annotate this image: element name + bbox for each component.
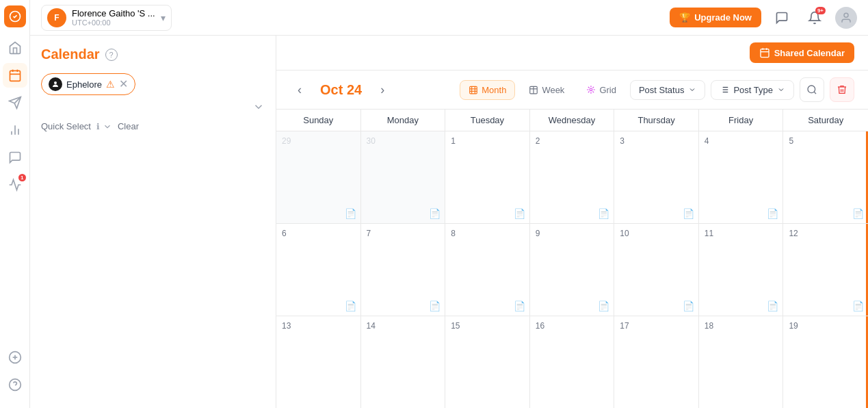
doc-icon: 📄 [429,208,440,219]
day-cell[interactable]: 12 📄 [783,224,868,316]
sidebar-logo[interactable] [4,5,26,27]
quick-select-dropdown[interactable]: ℹ [96,122,112,131]
clear-button[interactable]: Clear [118,121,139,131]
trophy-icon: 🏆 [679,12,690,23]
post-status-dropdown[interactable]: Post Status [630,80,705,100]
left-panel: Calendar ? Ephelore ⚠ ✕ [30,36,276,408]
info-icon: ℹ [96,122,100,131]
sidebar-bottom [3,345,27,403]
sidebar-item-send[interactable] [3,90,27,115]
day-cell[interactable]: 17 [614,316,699,408]
view-controls: Month Week [460,77,854,102]
header-right: 🏆 Upgrade Now 9+ [670,5,857,30]
calendar-top-bar: Shared Calendar [276,36,868,71]
day-headers: Sunday Monday Tuesday Wednesday Thursday… [276,110,868,131]
help-icon[interactable]: ? [105,49,118,61]
main-content: F Florence Gaitho 'S ... UTC+00:00 ▾ 🏆 U… [30,0,868,408]
prev-month-button[interactable]: ‹ [290,80,309,99]
doc-icon: 📄 [683,301,694,311]
doc-icon: 📄 [767,301,778,311]
grid-view-button[interactable]: Grid [578,81,624,99]
doc-icon: 📄 [598,208,609,219]
user-name: Florence Gaitho 'S ... [72,8,155,18]
day-cell[interactable]: 10📄 [614,224,699,316]
day-cell[interactable]: 30📄 [361,131,446,223]
day-cell[interactable]: 2📄 [530,131,615,223]
svg-rect-0 [10,71,20,81]
day-cell[interactable]: 1📄 [445,131,530,223]
day-cell[interactable]: 4📄 [699,131,784,223]
day-cell[interactable]: 7📄 [361,224,446,316]
post-status-label: Post Status [639,85,684,95]
svg-rect-16 [761,49,769,58]
user-avatar-header[interactable] [835,7,857,29]
notifications-button[interactable]: 9+ [802,5,827,30]
filter-name: Ephelore [66,79,102,90]
header-monday: Monday [361,110,446,131]
day-cell[interactable]: 19 [783,316,868,408]
user-details: Florence Gaitho 'S ... UTC+00:00 [72,8,155,27]
doc-icon: 📄 [514,301,525,311]
upgrade-button[interactable]: 🏆 Upgrade Now [670,8,761,27]
doc-icon: 📄 [514,208,525,219]
sidebar-item-add[interactable] [3,345,27,370]
sidebar-item-home[interactable] [3,36,27,60]
day-cell[interactable]: 6📄 [276,224,361,316]
filter-avatar [49,77,62,91]
svg-point-35 [808,86,815,93]
top-header: F Florence Gaitho 'S ... UTC+00:00 ▾ 🏆 U… [30,0,868,36]
calendar-panel: Shared Calendar ‹ Oct 24 › [276,36,868,408]
user-dropdown-icon: ▾ [161,12,166,23]
header-friday: Friday [699,110,784,131]
day-cell[interactable]: 16 [530,316,615,408]
day-cell[interactable]: 15 [445,316,530,408]
month-label: Month [482,85,506,95]
sidebar-item-chart[interactable] [3,118,27,142]
day-cell[interactable]: 13 [276,316,361,408]
day-cell[interactable]: 8📄 [445,224,530,316]
warning-icon: ⚠ [106,79,115,90]
week-view-button[interactable]: Week [521,81,573,99]
sidebar-item-help[interactable] [3,372,27,397]
post-type-label: Post Type [733,85,773,95]
page-title: Calendar [41,47,100,62]
svg-point-14 [844,13,848,17]
doc-icon: 📄 [852,208,864,219]
current-month-label: Oct 24 [320,82,362,98]
user-info[interactable]: F Florence Gaitho 'S ... UTC+00:00 ▾ [41,5,172,31]
header-wednesday: Wednesday [530,110,615,131]
doc-icon: 📄 [345,208,356,219]
week-row: 6📄 7📄 8📄 9📄 10📄 11📄 12 📄 [276,224,868,316]
shared-calendar-button[interactable]: Shared Calendar [750,42,854,63]
day-cell[interactable]: 29📄 [276,131,361,223]
quick-select-label: Quick Select [41,121,91,131]
filter-dropdown-arrow[interactable] [41,101,265,113]
delete-button[interactable] [830,77,854,102]
page-title-row: Calendar ? [41,47,265,62]
sidebar-item-chat[interactable] [3,145,27,170]
day-cell[interactable]: 5 📄 [783,131,868,223]
analytics-badge: 1 [18,174,25,181]
filter-tag[interactable]: Ephelore ⚠ ✕ [41,73,135,95]
day-cell[interactable]: 18 [699,316,784,408]
doc-icon: 📄 [767,208,778,219]
day-cell[interactable]: 11📄 [699,224,784,316]
week-row: 13 14 15 16 17 18 19 [276,316,868,408]
close-filter-icon[interactable]: ✕ [119,79,128,90]
calendar-grid: Sunday Monday Tuesday Wednesday Thursday… [276,110,868,408]
month-view-button[interactable]: Month [460,80,515,100]
post-type-dropdown[interactable]: Post Type [711,80,794,100]
messages-button[interactable] [770,5,794,30]
next-month-button[interactable]: › [373,80,392,99]
day-cell[interactable]: 3📄 [614,131,699,223]
svg-point-28 [590,88,593,91]
grid-label: Grid [599,85,616,95]
day-cell[interactable]: 9📄 [530,224,615,316]
page-content: Calendar ? Ephelore ⚠ ✕ [30,36,868,408]
sidebar-item-analytics[interactable]: 1 [3,173,27,197]
day-cell[interactable]: 14 [361,316,446,408]
search-button[interactable] [800,77,824,102]
calendar-navigation: ‹ Oct 24 › [290,80,392,99]
quick-select-row: Quick Select ℹ Clear [41,121,265,131]
sidebar-item-calendar[interactable] [3,63,27,88]
